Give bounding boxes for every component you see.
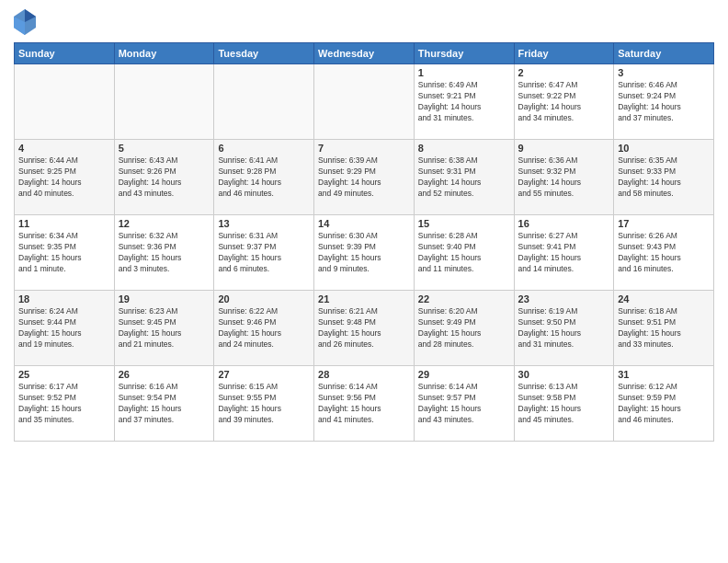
day-number: 24 xyxy=(618,293,710,304)
calendar-week-4: 25Sunrise: 6:17 AM Sunset: 9:52 PM Dayli… xyxy=(15,366,714,442)
calendar-cell: 8Sunrise: 6:38 AM Sunset: 9:31 PM Daylig… xyxy=(414,140,514,215)
day-number: 25 xyxy=(18,369,110,380)
calendar-cell xyxy=(314,64,415,140)
calendar-week-3: 18Sunrise: 6:24 AM Sunset: 9:44 PM Dayli… xyxy=(15,291,714,366)
day-info: Sunrise: 6:41 AM Sunset: 9:28 PM Dayligh… xyxy=(218,155,310,200)
calendar-cell: 29Sunrise: 6:14 AM Sunset: 9:57 PM Dayli… xyxy=(414,366,514,442)
calendar-page: SundayMondayTuesdayWednesdayThursdayFrid… xyxy=(0,0,728,563)
calendar-cell: 13Sunrise: 6:31 AM Sunset: 9:37 PM Dayli… xyxy=(214,215,314,291)
calendar-cell: 31Sunrise: 6:12 AM Sunset: 9:59 PM Dayli… xyxy=(614,366,714,442)
day-info: Sunrise: 6:34 AM Sunset: 9:35 PM Dayligh… xyxy=(18,231,110,275)
calendar-cell: 17Sunrise: 6:26 AM Sunset: 9:43 PM Dayli… xyxy=(614,215,714,291)
calendar-header-sunday: Sunday xyxy=(15,43,115,64)
day-info: Sunrise: 6:13 AM Sunset: 9:58 PM Dayligh… xyxy=(518,382,610,426)
calendar-cell: 6Sunrise: 6:41 AM Sunset: 9:28 PM Daylig… xyxy=(214,140,314,215)
day-info: Sunrise: 6:19 AM Sunset: 9:50 PM Dayligh… xyxy=(518,306,610,350)
calendar-cell xyxy=(15,64,115,140)
day-info: Sunrise: 6:49 AM Sunset: 9:21 PM Dayligh… xyxy=(418,80,510,124)
calendar-cell: 16Sunrise: 6:27 AM Sunset: 9:41 PM Dayli… xyxy=(514,215,614,291)
day-info: Sunrise: 6:14 AM Sunset: 9:56 PM Dayligh… xyxy=(318,382,410,426)
calendar-cell: 9Sunrise: 6:36 AM Sunset: 9:32 PM Daylig… xyxy=(514,140,614,215)
day-info: Sunrise: 6:15 AM Sunset: 9:55 PM Dayligh… xyxy=(218,382,310,426)
day-info: Sunrise: 6:30 AM Sunset: 9:39 PM Dayligh… xyxy=(318,231,410,275)
calendar-header-saturday: Saturday xyxy=(614,43,714,64)
day-info: Sunrise: 6:18 AM Sunset: 9:51 PM Dayligh… xyxy=(618,306,710,350)
calendar-cell: 12Sunrise: 6:32 AM Sunset: 9:36 PM Dayli… xyxy=(114,215,214,291)
day-number: 6 xyxy=(218,143,310,154)
day-number: 26 xyxy=(119,369,210,380)
day-info: Sunrise: 6:38 AM Sunset: 9:31 PM Dayligh… xyxy=(418,155,510,200)
day-number: 13 xyxy=(218,218,310,229)
day-info: Sunrise: 6:32 AM Sunset: 9:36 PM Dayligh… xyxy=(119,231,210,275)
day-number: 31 xyxy=(618,369,710,380)
calendar-cell: 10Sunrise: 6:35 AM Sunset: 9:33 PM Dayli… xyxy=(614,140,714,215)
day-info: Sunrise: 6:26 AM Sunset: 9:43 PM Dayligh… xyxy=(618,231,710,275)
day-number: 9 xyxy=(518,143,610,154)
calendar-cell: 3Sunrise: 6:46 AM Sunset: 9:24 PM Daylig… xyxy=(614,64,714,140)
day-number: 19 xyxy=(119,293,210,304)
calendar-header-thursday: Thursday xyxy=(414,43,514,64)
calendar-cell: 20Sunrise: 6:22 AM Sunset: 9:46 PM Dayli… xyxy=(214,291,314,366)
day-info: Sunrise: 6:16 AM Sunset: 9:54 PM Dayligh… xyxy=(119,382,210,426)
day-info: Sunrise: 6:47 AM Sunset: 9:22 PM Dayligh… xyxy=(518,80,610,124)
calendar-table: SundayMondayTuesdayWednesdayThursdayFrid… xyxy=(14,42,714,442)
calendar-cell: 22Sunrise: 6:20 AM Sunset: 9:49 PM Dayli… xyxy=(414,291,514,366)
calendar-header-monday: Monday xyxy=(114,43,214,64)
logo-icon xyxy=(14,9,36,35)
day-number: 11 xyxy=(18,218,110,229)
day-number: 27 xyxy=(218,369,310,380)
day-info: Sunrise: 6:46 AM Sunset: 9:24 PM Dayligh… xyxy=(618,80,710,124)
day-number: 15 xyxy=(418,218,510,229)
day-number: 8 xyxy=(418,143,510,154)
header xyxy=(14,9,714,35)
calendar-cell: 15Sunrise: 6:28 AM Sunset: 9:40 PM Dayli… xyxy=(414,215,514,291)
day-number: 22 xyxy=(418,293,510,304)
calendar-header-friday: Friday xyxy=(514,43,614,64)
calendar-cell: 24Sunrise: 6:18 AM Sunset: 9:51 PM Dayli… xyxy=(614,291,714,366)
calendar-cell: 21Sunrise: 6:21 AM Sunset: 9:48 PM Dayli… xyxy=(314,291,415,366)
day-info: Sunrise: 6:36 AM Sunset: 9:32 PM Dayligh… xyxy=(518,155,610,200)
calendar-cell: 14Sunrise: 6:30 AM Sunset: 9:39 PM Dayli… xyxy=(314,215,415,291)
calendar-cell: 7Sunrise: 6:39 AM Sunset: 9:29 PM Daylig… xyxy=(314,140,415,215)
calendar-header-row: SundayMondayTuesdayWednesdayThursdayFrid… xyxy=(15,43,714,64)
calendar-cell: 27Sunrise: 6:15 AM Sunset: 9:55 PM Dayli… xyxy=(214,366,314,442)
day-number: 5 xyxy=(119,143,210,154)
calendar-cell: 18Sunrise: 6:24 AM Sunset: 9:44 PM Dayli… xyxy=(15,291,115,366)
day-number: 17 xyxy=(618,218,710,229)
day-info: Sunrise: 6:35 AM Sunset: 9:33 PM Dayligh… xyxy=(618,155,710,200)
day-number: 30 xyxy=(518,369,610,380)
calendar-cell: 26Sunrise: 6:16 AM Sunset: 9:54 PM Dayli… xyxy=(114,366,214,442)
day-info: Sunrise: 6:23 AM Sunset: 9:45 PM Dayligh… xyxy=(119,306,210,350)
calendar-cell: 30Sunrise: 6:13 AM Sunset: 9:58 PM Dayli… xyxy=(514,366,614,442)
day-info: Sunrise: 6:27 AM Sunset: 9:41 PM Dayligh… xyxy=(518,231,610,275)
day-info: Sunrise: 6:20 AM Sunset: 9:49 PM Dayligh… xyxy=(418,306,510,350)
day-info: Sunrise: 6:12 AM Sunset: 9:59 PM Dayligh… xyxy=(618,382,710,426)
day-info: Sunrise: 6:22 AM Sunset: 9:46 PM Dayligh… xyxy=(218,306,310,350)
day-number: 7 xyxy=(318,143,410,154)
day-number: 14 xyxy=(318,218,410,229)
day-number: 16 xyxy=(518,218,610,229)
calendar-cell xyxy=(114,64,214,140)
day-number: 12 xyxy=(119,218,210,229)
day-number: 28 xyxy=(318,369,410,380)
day-number: 2 xyxy=(518,67,610,78)
calendar-week-2: 11Sunrise: 6:34 AM Sunset: 9:35 PM Dayli… xyxy=(15,215,714,291)
calendar-cell: 1Sunrise: 6:49 AM Sunset: 9:21 PM Daylig… xyxy=(414,64,514,140)
day-info: Sunrise: 6:39 AM Sunset: 9:29 PM Dayligh… xyxy=(318,155,410,200)
calendar-week-1: 4Sunrise: 6:44 AM Sunset: 9:25 PM Daylig… xyxy=(15,140,714,215)
day-info: Sunrise: 6:28 AM Sunset: 9:40 PM Dayligh… xyxy=(418,231,510,275)
calendar-week-0: 1Sunrise: 6:49 AM Sunset: 9:21 PM Daylig… xyxy=(15,64,714,140)
day-number: 20 xyxy=(218,293,310,304)
calendar-cell: 5Sunrise: 6:43 AM Sunset: 9:26 PM Daylig… xyxy=(114,140,214,215)
calendar-cell: 2Sunrise: 6:47 AM Sunset: 9:22 PM Daylig… xyxy=(514,64,614,140)
day-info: Sunrise: 6:14 AM Sunset: 9:57 PM Dayligh… xyxy=(418,382,510,426)
calendar-cell: 28Sunrise: 6:14 AM Sunset: 9:56 PM Dayli… xyxy=(314,366,415,442)
calendar-header-wednesday: Wednesday xyxy=(314,43,415,64)
calendar-cell xyxy=(214,64,314,140)
day-number: 23 xyxy=(518,293,610,304)
day-info: Sunrise: 6:44 AM Sunset: 9:25 PM Dayligh… xyxy=(18,155,110,200)
calendar-header-tuesday: Tuesday xyxy=(214,43,314,64)
calendar-cell: 4Sunrise: 6:44 AM Sunset: 9:25 PM Daylig… xyxy=(15,140,115,215)
day-number: 29 xyxy=(418,369,510,380)
day-info: Sunrise: 6:21 AM Sunset: 9:48 PM Dayligh… xyxy=(318,306,410,350)
